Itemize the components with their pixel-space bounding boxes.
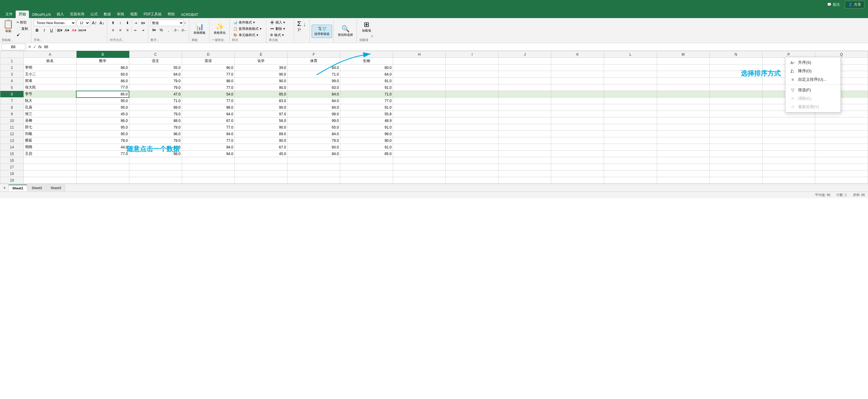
cell-I10[interactable] bbox=[446, 118, 498, 124]
cell-J10[interactable] bbox=[498, 118, 551, 124]
insert-cell-btn[interactable]: ➕插入▾ bbox=[269, 20, 292, 25]
cell-D5[interactable]: 77.0 bbox=[182, 84, 235, 91]
formula-check-icon[interactable]: ✓ bbox=[33, 44, 36, 49]
col-header-I[interactable]: I bbox=[446, 51, 498, 58]
cell-I4[interactable] bbox=[446, 78, 498, 84]
cell-L6[interactable] bbox=[604, 91, 657, 98]
cell-N11[interactable] bbox=[710, 124, 762, 131]
cell-E8[interactable]: 90.0 bbox=[235, 104, 287, 111]
cell-K1[interactable] bbox=[551, 58, 604, 64]
cell-M7[interactable] bbox=[657, 98, 710, 104]
increase-decimal-btn[interactable]: .0→ bbox=[173, 27, 180, 33]
cell-G16[interactable] bbox=[340, 157, 393, 164]
cell-Q10[interactable] bbox=[815, 118, 868, 124]
cell-M14[interactable] bbox=[657, 144, 710, 151]
cell-B17[interactable] bbox=[76, 164, 129, 170]
cell-B18[interactable] bbox=[76, 170, 129, 177]
row-header-14[interactable]: 14 bbox=[0, 144, 24, 151]
cell-B4[interactable]: 86.0 bbox=[76, 78, 129, 84]
cell-L9[interactable] bbox=[604, 111, 657, 118]
cell-E11[interactable]: 90.0 bbox=[235, 124, 287, 131]
formula-cross-icon[interactable]: ✕ bbox=[28, 44, 31, 49]
row-header-9[interactable]: 9 bbox=[0, 111, 24, 118]
cell-G13[interactable]: 90.0 bbox=[340, 137, 393, 144]
cell-A7[interactable]: 阮大 bbox=[24, 98, 76, 104]
cell-M18[interactable] bbox=[657, 170, 710, 177]
col-header-D[interactable]: D bbox=[182, 51, 235, 58]
cell-E4[interactable]: 90.0 bbox=[235, 78, 287, 84]
cell-D1[interactable]: 英语 bbox=[182, 58, 235, 64]
cell-E16[interactable] bbox=[235, 157, 287, 164]
cell-H3[interactable] bbox=[393, 71, 446, 78]
cell-F19[interactable] bbox=[287, 177, 340, 184]
tab-help[interactable]: 帮助 bbox=[164, 10, 178, 18]
beautify-btn[interactable]: ✨ 表格美化 bbox=[212, 23, 227, 36]
cell-B8[interactable]: 95.0 bbox=[76, 104, 129, 111]
cell-N4[interactable] bbox=[710, 78, 762, 84]
cell-B2[interactable]: 86.0 bbox=[76, 64, 129, 71]
reapply-item[interactable]: ↺ 重新应用(Y) bbox=[785, 103, 841, 111]
share-btn[interactable]: 👤 共享 bbox=[845, 1, 864, 8]
cell-N12[interactable] bbox=[710, 131, 762, 137]
cell-A6[interactable]: 李节 bbox=[24, 91, 76, 98]
wrap-text-btn[interactable]: ⇥ bbox=[132, 20, 139, 26]
cell-D10[interactable]: 67.0 bbox=[182, 118, 235, 124]
cell-F1[interactable]: 体育 bbox=[287, 58, 340, 64]
cell-F8[interactable]: 84.0 bbox=[287, 104, 340, 111]
cell-J14[interactable] bbox=[498, 144, 551, 151]
cell-B5[interactable]: 77.0 bbox=[76, 84, 129, 91]
cell-P12[interactable] bbox=[762, 131, 815, 137]
cell-D3[interactable]: 77.0 bbox=[182, 71, 235, 78]
comma-btn[interactable]: , bbox=[165, 27, 172, 33]
cell-style-btn[interactable]: 🎨单元格样式▾ bbox=[232, 32, 264, 38]
cell-L2[interactable] bbox=[604, 64, 657, 71]
cell-C16[interactable] bbox=[129, 157, 182, 164]
cell-F16[interactable] bbox=[287, 157, 340, 164]
cell-F11[interactable]: 65.0 bbox=[287, 124, 340, 131]
cell-Q16[interactable] bbox=[815, 157, 868, 164]
cell-F18[interactable] bbox=[287, 170, 340, 177]
cell-N6[interactable] bbox=[710, 91, 762, 98]
cell-C11[interactable]: 79.0 bbox=[129, 124, 182, 131]
cell-H18[interactable] bbox=[393, 170, 446, 177]
cell-L3[interactable] bbox=[604, 71, 657, 78]
cell-F4[interactable]: 99.0 bbox=[287, 78, 340, 84]
cell-B10[interactable]: 86.0 bbox=[76, 118, 129, 124]
cell-L1[interactable] bbox=[604, 58, 657, 64]
cell-E7[interactable]: 83.0 bbox=[235, 98, 287, 104]
cell-J18[interactable] bbox=[498, 170, 551, 177]
cell-Q12[interactable] bbox=[815, 131, 868, 137]
format-cell-btn[interactable]: ⚙格式▾ bbox=[269, 32, 292, 38]
font-decrease-btn[interactable]: A↓ bbox=[98, 20, 105, 26]
cell-L19[interactable] bbox=[604, 177, 657, 184]
formula-fx-icon[interactable]: fx bbox=[38, 44, 42, 49]
formula-input[interactable] bbox=[43, 44, 867, 50]
cell-P18[interactable] bbox=[762, 170, 815, 177]
cell-I15[interactable] bbox=[446, 151, 498, 157]
italic-btn[interactable]: I bbox=[41, 27, 48, 33]
cell-A14[interactable]: 周阔 bbox=[24, 144, 76, 151]
border-btn[interactable]: ⊞▾ bbox=[56, 27, 63, 33]
cell-K15[interactable] bbox=[551, 151, 604, 157]
paste-btn[interactable]: 📋 粘贴 bbox=[2, 19, 15, 34]
cell-E17[interactable] bbox=[235, 164, 287, 170]
cell-H1[interactable] bbox=[393, 58, 446, 64]
cell-M15[interactable] bbox=[657, 151, 710, 157]
col-header-M[interactable]: M bbox=[657, 51, 710, 58]
cell-M8[interactable] bbox=[657, 104, 710, 111]
cell-L15[interactable] bbox=[604, 151, 657, 157]
row-header-11[interactable]: 11 bbox=[0, 124, 24, 131]
cell-G1[interactable]: 生物 bbox=[340, 58, 393, 64]
cell-H6[interactable] bbox=[393, 91, 446, 98]
cell-D6[interactable]: 54.0 bbox=[182, 91, 235, 98]
cell-I11[interactable] bbox=[446, 124, 498, 131]
cell-C9[interactable]: 79.0 bbox=[129, 111, 182, 118]
cell-F7[interactable]: 84.0 bbox=[287, 98, 340, 104]
cell-B19[interactable] bbox=[76, 177, 129, 184]
row-header-8[interactable]: 8 bbox=[0, 104, 24, 111]
cell-B16[interactable] bbox=[76, 157, 129, 164]
cell-G14[interactable]: 91.0 bbox=[340, 144, 393, 151]
align-left-btn[interactable]: ≡ bbox=[110, 27, 116, 33]
cell-K7[interactable] bbox=[551, 98, 604, 104]
copy-btn[interactable]: 📄复制 bbox=[16, 26, 29, 32]
